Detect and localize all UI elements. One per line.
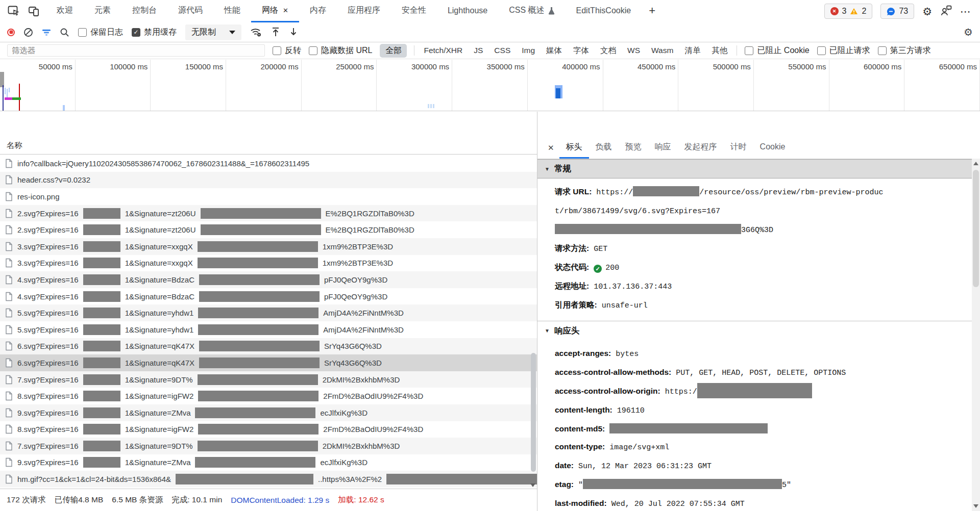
network-content: 名称 info?callback=jQuery11020243058538674… [0, 112, 980, 511]
blocked-checkbox-1[interactable]: 已阻止请求 [817, 45, 870, 56]
throttling-dropdown[interactable]: 无限制 [185, 24, 241, 40]
tab-7[interactable]: 应用程序 [337, 0, 391, 22]
tab-8[interactable]: 安全性 [391, 0, 437, 22]
tab-0[interactable]: 欢迎 [46, 0, 84, 22]
details-tab-6[interactable]: Cookie [753, 137, 792, 159]
request-row-13[interactable]: 7.svg?Expires=161&Signature=9DT%2DkMI%2B… [0, 371, 537, 388]
tab-11[interactable]: EditThisCookie [566, 0, 642, 22]
details-tab-4[interactable]: 发起程序 [678, 137, 724, 159]
request-row-14[interactable]: 8.svg?Expires=161&Signature=igFW22FmD%2B… [0, 388, 537, 404]
checkbox-box[interactable] [817, 46, 826, 55]
network-conditions-icon[interactable] [250, 27, 262, 37]
record-network-log-button[interactable] [7, 29, 15, 36]
name-column-header[interactable]: 名称 [0, 137, 537, 155]
filter-chip-3[interactable]: CSS [492, 44, 512, 57]
details-tab-0[interactable]: 标头 [559, 137, 589, 159]
request-row-11[interactable]: 6.svg?Expires=161&Signature=qK47XSrYq43G… [0, 338, 537, 355]
filter-chip-9[interactable]: Wasm [649, 44, 675, 57]
tab-5[interactable]: 网络✕ [251, 0, 299, 22]
tab-6[interactable]: 内存 [299, 0, 337, 22]
scrollbar-thumb[interactable] [531, 353, 536, 472]
checkbox-box[interactable] [132, 28, 140, 37]
filter-chip-10[interactable]: 清单 [682, 44, 702, 58]
general-section-header[interactable]: ▼ 常规 [537, 159, 980, 178]
collapse-triangle-icon[interactable]: ▼ [545, 328, 550, 334]
request-row-6[interactable]: 3.svg?Expires=161&Signature=xxgqX1xm9%2B… [0, 255, 537, 272]
request-row-1[interactable]: header.css?v=0.0232 [0, 172, 537, 189]
checkbox-box[interactable] [78, 28, 87, 37]
filter-chip-5[interactable]: 媒体 [544, 44, 564, 58]
request-row-10[interactable]: 5.svg?Expires=161&Signature=yhdw1AmjD4A%… [0, 321, 537, 338]
device-toolbar-icon[interactable] [26, 3, 43, 20]
settings-gear-icon[interactable]: ⚙ [922, 6, 932, 17]
details-tab-5[interactable]: 计时 [724, 137, 753, 159]
add-tab-button[interactable]: + [642, 0, 663, 22]
request-row-19[interactable]: hm.gif?cc=1&ck=1&cl=24-bit&ds=1536x864&.… [0, 471, 537, 488]
request-row-12[interactable]: 6.svg?Expires=161&Signature=qK47XSrYq43G… [0, 354, 537, 371]
close-tab-icon[interactable]: ✕ [283, 7, 288, 14]
filter-chip-4[interactable]: Img [520, 44, 537, 57]
request-row-9[interactable]: 5.svg?Expires=161&Signature=yhdw1AmjD4A%… [0, 304, 537, 321]
tab-10[interactable]: CSS 概述 [498, 0, 565, 22]
tab-4[interactable]: 性能 [213, 0, 251, 22]
search-icon[interactable] [60, 28, 69, 37]
details-tab-3[interactable]: 响应 [648, 137, 678, 159]
clear-network-log-icon[interactable] [23, 28, 33, 37]
details-tab-2[interactable]: 预览 [619, 137, 648, 159]
value-text: 9.svg?Expires=16 [17, 408, 79, 417]
filter-chip-1[interactable]: Fetch/XHR [422, 44, 464, 57]
filter-chip-7[interactable]: 文档 [598, 44, 618, 58]
tab-2[interactable]: 控制台 [121, 0, 167, 22]
filter-chip-8[interactable]: WS [625, 44, 642, 57]
request-row-5[interactable]: 3.svg?Expires=161&Signature=xxgqX1xm9%2B… [0, 238, 537, 255]
checkbox-box[interactable] [878, 46, 887, 55]
filter-checkbox-1[interactable]: 隐藏数据 URL [309, 45, 372, 56]
requests-scrollbar[interactable] [529, 155, 537, 489]
more-options-icon[interactable]: ⋯ [960, 6, 971, 17]
checkbox-box[interactable] [309, 46, 317, 55]
collapse-triangle-icon[interactable]: ▼ [545, 166, 550, 172]
filter-icon[interactable] [42, 29, 51, 36]
scroll-up-icon[interactable] [973, 162, 978, 165]
request-row-2[interactable]: res-icon.png [0, 188, 537, 205]
request-row-18[interactable]: 9.svg?Expires=161&Signature=ZMvaecJlfxiK… [0, 454, 537, 471]
request-row-8[interactable]: 4.svg?Expires=161&Signature=BdzaCpFJ0QeO… [0, 288, 537, 305]
inspect-element-icon[interactable] [5, 3, 22, 20]
toolbar-checkbox-1[interactable]: 禁用缓存 [132, 27, 177, 38]
tab-1[interactable]: 元素 [84, 0, 121, 22]
filter-chip-2[interactable]: JS [472, 44, 485, 57]
filter-chip-11[interactable]: 其他 [709, 44, 729, 58]
checkbox-box[interactable] [745, 46, 753, 55]
blocked-checkbox-2[interactable]: 第三方请求 [878, 45, 931, 56]
network-settings-gear-icon[interactable]: ⚙ [964, 27, 973, 37]
details-tab-1[interactable]: 负载 [589, 137, 619, 159]
messages-badge[interactable]: 73 [880, 4, 914, 19]
export-har-icon[interactable] [289, 27, 298, 37]
details-scrollbar[interactable] [972, 159, 980, 511]
scroll-down-icon[interactable] [530, 483, 535, 487]
request-row-7[interactable]: 4.svg?Expires=161&Signature=BdzaCpFJ0QeO… [0, 271, 537, 288]
request-row-16[interactable]: 8.svg?Expires=161&Signature=igFW22FmD%2B… [0, 421, 537, 438]
feedback-icon[interactable] [940, 5, 952, 17]
request-row-15[interactable]: 9.svg?Expires=161&Signature=ZMvaecJlfxiK… [0, 404, 537, 421]
request-row-4[interactable]: 2.svg?Expires=161&Signature=zt206UE%2BQ1… [0, 221, 537, 238]
request-row-3[interactable]: 2.svg?Expires=161&Signature=zt206UE%2BQ1… [0, 205, 537, 222]
scroll-down-icon[interactable] [973, 504, 978, 508]
scrollbar-thumb[interactable] [973, 170, 979, 287]
import-har-icon[interactable] [271, 27, 280, 37]
close-details-icon[interactable]: ✕ [543, 143, 559, 152]
checkbox-box[interactable] [273, 46, 281, 55]
filter-chip-6[interactable]: 字体 [571, 44, 591, 58]
request-row-17[interactable]: 7.svg?Expires=161&Signature=9DT%2DkMI%2B… [0, 438, 537, 454]
blocked-checkbox-0[interactable]: 已阻止 Cookie [745, 45, 809, 56]
network-overview-timeline[interactable]: 50000 ms100000 ms150000 ms200000 ms25000… [0, 60, 980, 111]
request-row-0[interactable]: info?callback=jQuery11020243058538674700… [0, 155, 537, 172]
tab-3[interactable]: 源代码 [167, 0, 213, 22]
tab-9[interactable]: Lighthouse [437, 0, 498, 22]
filter-checkbox-0[interactable]: 反转 [273, 45, 301, 56]
response-headers-section-header[interactable]: ▼ 响应头 [537, 321, 980, 340]
filter-chip-0[interactable]: 全部 [380, 44, 407, 58]
issues-badge[interactable]: ✕ 3 2 [824, 4, 873, 19]
toolbar-checkbox-0[interactable]: 保留日志 [78, 27, 123, 38]
filter-input[interactable] [7, 44, 265, 57]
